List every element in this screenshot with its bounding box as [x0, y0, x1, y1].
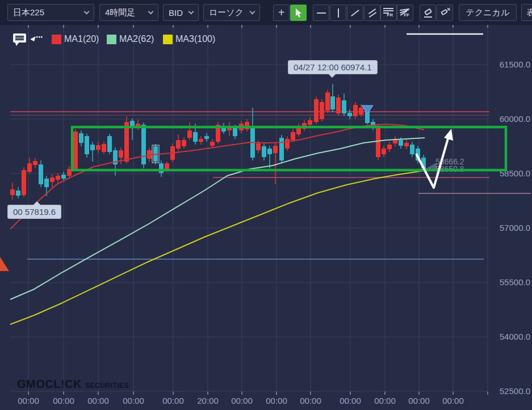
candle-body: [141, 125, 146, 164]
time-axis-label: 00:00: [123, 396, 144, 405]
candle-body: [320, 102, 324, 119]
candle-body: [233, 128, 237, 136]
candle-body: [130, 121, 135, 126]
vertical-line-tool-button[interactable]: [330, 5, 346, 21]
time-axis-label: 20:00: [197, 396, 219, 405]
vertical-line-icon: [338, 9, 339, 18]
crosshair-tooltip-text: 04/27 12:00 60974.1: [294, 62, 372, 72]
price-axis-label: 55500.0: [500, 277, 530, 287]
time-axis-label: 00:00: [162, 396, 184, 405]
fibonacci-retracement-tool-button[interactable]: FR: [380, 5, 397, 21]
display-button-label: 表: [527, 7, 532, 18]
time-axis-label: 00:00: [340, 396, 361, 405]
candle-body: [56, 176, 60, 180]
pointer-tool-button[interactable]: [290, 5, 307, 21]
chevron-down-icon: [250, 9, 255, 15]
candle-body: [61, 175, 66, 179]
time-axis-label: 00:00: [266, 396, 287, 405]
current-price-marker-icon: [425, 163, 437, 169]
trading-chart-app: 61500.060000.058500.057000.055500.054000…: [0, 0, 532, 410]
parallel-lines-tool-button[interactable]: [364, 5, 380, 21]
candle-body: [90, 145, 95, 150]
candle-body: [119, 150, 123, 158]
pointer-trail-tool-button[interactable]: [30, 35, 43, 47]
time-axis-label: 00:00: [53, 396, 74, 405]
candle-body: [182, 140, 186, 146]
chevron-down-icon: [188, 9, 194, 15]
candle-body: [382, 149, 386, 154]
candle-body: [27, 163, 32, 172]
candle-body: [44, 179, 49, 187]
comment-tool-button[interactable]: [13, 33, 27, 46]
ma2-swatch: [107, 35, 116, 44]
drawn-white-arrow-head[interactable]: [444, 129, 453, 141]
candle-body: [210, 142, 215, 146]
logo-suffix: SECURITIES: [85, 382, 129, 390]
candle-body: [285, 139, 290, 149]
candle-body: [308, 120, 312, 125]
crosshair-tooltip: 04/27 12:00 60974.1: [288, 60, 378, 74]
candle-body: [330, 96, 335, 109]
candle-body: [342, 100, 346, 113]
chart-canvas[interactable]: 61500.060000.058500.057000.055500.054000…: [0, 0, 532, 410]
symbol-select[interactable]: 日本225: [7, 4, 94, 21]
candle-body: [22, 170, 26, 195]
candle-body: [199, 139, 203, 142]
candle-body: [387, 145, 392, 149]
time-axis-label: 00:00: [231, 396, 253, 405]
price-axis-label: 54000.0: [500, 332, 530, 341]
time-axis-label: 00:00: [442, 396, 464, 405]
candle-body: [336, 98, 341, 113]
candle-body: [73, 132, 78, 169]
candle-body: [50, 177, 55, 182]
ma3-label: MA3(100): [175, 34, 215, 44]
candle-body: [273, 146, 278, 153]
left-edge-marker-icon: [0, 257, 9, 271]
candle-body: [279, 138, 284, 160]
time-axis-label: 00:00: [374, 396, 396, 405]
time-axis-label: 00:00: [87, 396, 109, 405]
technical-button[interactable]: テクニカル: [459, 4, 517, 21]
eraser-tool-button[interactable]: [420, 5, 436, 21]
time-axis-label: 00:00: [408, 396, 430, 405]
speech-bubble-icon: [13, 33, 27, 46]
left-edge-tooltip-text: 00 57819.6: [13, 207, 56, 217]
candle-body: [193, 132, 198, 142]
horizontal-line-tool-button[interactable]: [313, 5, 329, 21]
candle-body: [39, 164, 43, 184]
cursor-icon: [295, 8, 303, 18]
ma3-line: [10, 170, 427, 324]
symbol-select-value: 日本225: [13, 7, 44, 18]
diagonal-line-icon: [351, 9, 359, 16]
tooltip-pointer: [328, 74, 336, 78]
logo-brand: GMOCL!CK: [17, 378, 82, 391]
candle-body: [404, 143, 409, 146]
candle-body: [107, 136, 112, 152]
trend-line-tool-button[interactable]: [347, 5, 363, 21]
chart-type-select[interactable]: ローソク: [203, 4, 260, 21]
candle-body: [33, 161, 37, 165]
technical-button-label: テクニカル: [466, 7, 510, 18]
erase-all-tool-button[interactable]: ×: [437, 5, 453, 21]
cursor-dots-icon: [30, 35, 43, 44]
toolbar: 日本225 4時間足 BID ローソク +: [0, 0, 532, 25]
timeframe-select-value: 4時間足: [105, 7, 135, 18]
ma1-label: MA1(20): [64, 34, 99, 44]
candle-body: [176, 140, 181, 149]
candle-body: [399, 140, 403, 146]
timeframe-select[interactable]: 4時間足: [99, 4, 158, 21]
fibonacci-fan-tool-button[interactable]: FF: [397, 5, 413, 21]
chart-type-select-value: ローソク: [209, 7, 244, 18]
display-button[interactable]: 表: [521, 4, 532, 21]
price-axis-label: 61500.0: [500, 60, 530, 69]
candle-body: [359, 108, 363, 115]
candle-body: [250, 126, 255, 158]
tooltip-pointer: [33, 201, 41, 205]
ma3-swatch: [163, 35, 173, 44]
price-side-select[interactable]: BID: [163, 4, 199, 21]
crosshair-icon: +: [278, 7, 285, 18]
candle-body: [314, 99, 319, 122]
candle-body: [79, 133, 83, 143]
fibonacci-retracement-icon: FR: [383, 7, 394, 18]
crosshair-tool-button[interactable]: +: [273, 5, 290, 21]
